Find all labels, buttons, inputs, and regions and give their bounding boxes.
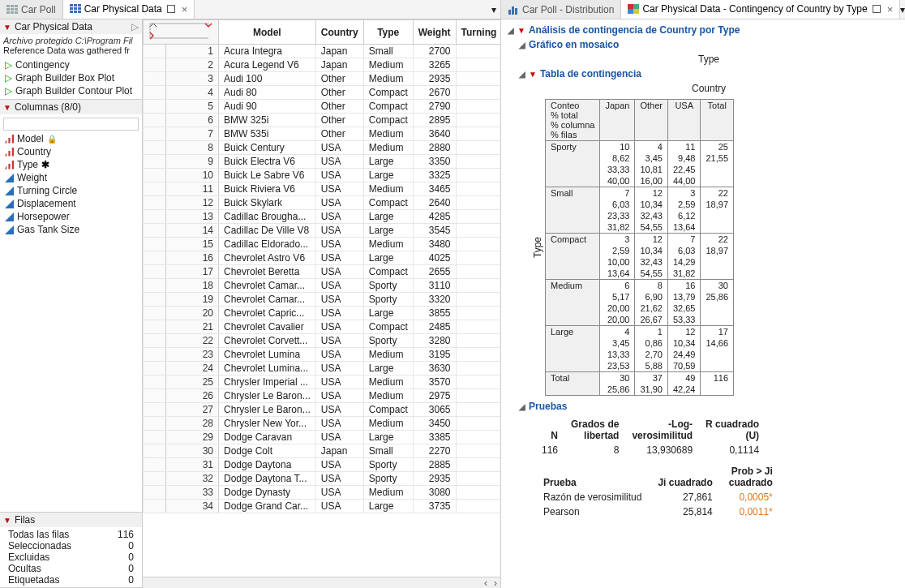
cell[interactable]: Sporty: [363, 458, 413, 472]
table-row[interactable]: 8Buick CenturyUSAMedium2880: [144, 141, 501, 155]
row-marker[interactable]: [144, 458, 166, 472]
cell[interactable]: USA: [315, 348, 363, 362]
cell[interactable]: 3265: [413, 58, 456, 72]
table-row[interactable]: 6BMW 325iOtherCompact2895: [144, 114, 501, 127]
row-marker[interactable]: [144, 155, 166, 169]
row-marker[interactable]: [144, 362, 166, 376]
row-number[interactable]: 12: [166, 196, 219, 210]
cell[interactable]: [456, 444, 500, 458]
row-number[interactable]: 7: [166, 127, 219, 141]
cell[interactable]: [456, 486, 500, 500]
cell[interactable]: Audi 90: [219, 100, 316, 114]
cell[interactable]: 3065: [413, 403, 456, 417]
cell[interactable]: [456, 45, 500, 58]
cell[interactable]: Chevrolet Cavalier: [219, 320, 316, 334]
row-marker[interactable]: [144, 86, 166, 100]
table-row[interactable]: 3Audi 100OtherMedium2935: [144, 72, 501, 86]
cell[interactable]: 2790: [413, 100, 456, 114]
row-marker[interactable]: [144, 334, 166, 348]
menu-icon[interactable]: ▼: [3, 516, 11, 525]
cell[interactable]: [456, 238, 500, 251]
columns-panel-header[interactable]: ▼ Columnas (8/0): [0, 100, 142, 114]
cell[interactable]: USA: [315, 417, 363, 431]
table-row[interactable]: 16Chevrolet Astro V6USALarge4025: [144, 251, 501, 265]
right-tabbar-overflow[interactable]: ▾: [900, 3, 905, 16]
cell[interactable]: Medium: [363, 141, 413, 155]
cell[interactable]: USA: [315, 210, 363, 224]
cell[interactable]: Medium: [363, 389, 413, 403]
row-number[interactable]: 16: [166, 251, 219, 265]
cell[interactable]: [456, 196, 500, 210]
contingency-section-header[interactable]: ◢ ▼ Tabla de contingencia: [519, 67, 899, 81]
column-header[interactable]: Type: [363, 20, 413, 45]
table-row[interactable]: 11Buick Riviera V6USAMedium3465: [144, 182, 501, 196]
cell[interactable]: 3110: [413, 279, 456, 293]
cell[interactable]: Large: [363, 155, 413, 169]
cell[interactable]: Buick Skylark: [219, 196, 316, 210]
cell[interactable]: USA: [315, 307, 363, 320]
cell[interactable]: Sporty: [363, 279, 413, 293]
cell[interactable]: USA: [315, 320, 363, 334]
cell[interactable]: Chevrolet Lumina...: [219, 362, 316, 376]
cell[interactable]: Dodge Colt: [219, 444, 316, 458]
cell[interactable]: [456, 127, 500, 141]
table-row[interactable]: 17Chevrolet BerettaUSACompact2655: [144, 265, 501, 279]
row-number[interactable]: 10: [166, 169, 219, 182]
table-row[interactable]: 24Chevrolet Lumina...USALarge3630: [144, 362, 501, 376]
row-number[interactable]: 33: [166, 486, 219, 500]
cell[interactable]: 3450: [413, 417, 456, 431]
table-row[interactable]: 5Audi 90OtherCompact2790: [144, 100, 501, 114]
cell[interactable]: [456, 58, 500, 72]
row-number[interactable]: 1: [166, 45, 219, 58]
row-marker[interactable]: [144, 238, 166, 251]
cell[interactable]: 2895: [413, 114, 456, 127]
cell[interactable]: Large: [363, 210, 413, 224]
row-marker[interactable]: [144, 196, 166, 210]
cell[interactable]: Medium: [363, 417, 413, 431]
cell[interactable]: 4285: [413, 210, 456, 224]
row-number[interactable]: 20: [166, 307, 219, 320]
column-item[interactable]: Type ✱: [3, 158, 139, 171]
cell[interactable]: 2485: [413, 320, 456, 334]
row-number[interactable]: 28: [166, 417, 219, 431]
data-table[interactable]: ModelCountryTypeWeightTurning 1Acura Int…: [143, 19, 500, 513]
row-marker[interactable]: [144, 169, 166, 182]
analysis-section-header[interactable]: ◢ ▼ Análisis de contingencia de Country …: [508, 23, 899, 37]
cell[interactable]: 3350: [413, 155, 456, 169]
row-number[interactable]: 21: [166, 320, 219, 334]
cell[interactable]: Audi 80: [219, 86, 316, 100]
cell[interactable]: Buick Electra V6: [219, 155, 316, 169]
column-item[interactable]: Gas Tank Size: [3, 223, 139, 236]
menu-icon[interactable]: ▼: [529, 70, 537, 79]
cell[interactable]: [456, 431, 500, 444]
cell[interactable]: Large: [363, 431, 413, 444]
cell[interactable]: Dodge Daytona: [219, 458, 316, 472]
column-item[interactable]: Country: [3, 145, 139, 158]
cell[interactable]: [456, 155, 500, 169]
table-row[interactable]: 32Dodge Daytona T...USASporty2935: [144, 472, 501, 486]
cell[interactable]: Other: [315, 127, 363, 141]
column-header[interactable]: Turning: [456, 20, 500, 45]
cell[interactable]: Acura Integra: [219, 45, 316, 58]
column-item[interactable]: Turning Circle: [3, 184, 139, 197]
row-marker[interactable]: [144, 224, 166, 238]
cell[interactable]: [456, 472, 500, 486]
mosaic-section-header[interactable]: ◢ Gráfico en mosaico: [519, 37, 899, 52]
cell[interactable]: USA: [315, 196, 363, 210]
cell[interactable]: Acura Legend V6: [219, 58, 316, 72]
row-number[interactable]: 19: [166, 293, 219, 307]
menu-icon[interactable]: ▼: [3, 23, 11, 32]
row-marker[interactable]: [144, 486, 166, 500]
row-number[interactable]: 24: [166, 362, 219, 376]
cell[interactable]: [456, 251, 500, 265]
left-tabbar-overflow[interactable]: ▾: [487, 3, 500, 16]
cell[interactable]: Large: [363, 224, 413, 238]
table-row[interactable]: 12Buick SkylarkUSACompact2640: [144, 196, 501, 210]
left-tab-0[interactable]: Car Poll: [0, 0, 63, 19]
cell[interactable]: Large: [363, 307, 413, 320]
data-panel-header[interactable]: ▼ Car Physical Data ▷: [0, 19, 142, 34]
cell[interactable]: Other: [315, 86, 363, 100]
cell[interactable]: Compact: [363, 114, 413, 127]
cell[interactable]: [456, 72, 500, 86]
cell[interactable]: Japan: [315, 45, 363, 58]
